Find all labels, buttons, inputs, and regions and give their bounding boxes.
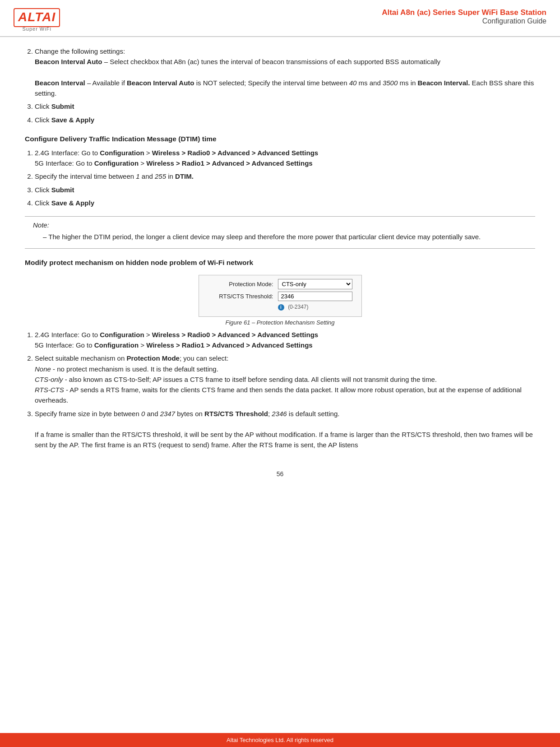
- step3-extra-text: If a frame is smaller than the RTS/CTS t…: [35, 431, 533, 449]
- header-title-area: Altai A8n (ac) Series Super WiFi Base St…: [74, 8, 546, 25]
- section3-step3: Specify frame size in byte between 0 and…: [35, 408, 535, 450]
- page-number: 56: [0, 470, 560, 478]
- logo-area: ALTAI Super WiFi: [14, 8, 60, 32]
- cts-only-label: CTS-only: [35, 376, 63, 383]
- section2-step4: Click Save & Apply: [35, 198, 535, 208]
- beacon-val2: 3500: [383, 79, 398, 87]
- none-label: None: [35, 365, 51, 373]
- logo-box: ALTAI: [14, 8, 60, 27]
- protection-mode-select[interactable]: CTS-only None RTS-CTS: [278, 279, 352, 289]
- section3-heading: Modify protect mechanism on hidden node …: [25, 259, 535, 267]
- section2-step3: Click Submit: [35, 185, 535, 195]
- note-text: The higher the DTIM period, the longer a…: [43, 232, 527, 242]
- section2-step2: Specify the interval time between 1 and …: [35, 171, 535, 181]
- rts-cts-label2: RTS-CTS: [35, 386, 64, 394]
- figure-area: Protection Mode: CTS-only None RTS-CTS R…: [25, 275, 535, 326]
- note-label: Note:: [33, 221, 527, 229]
- footer: Altai Technologies Ltd. All rights reser…: [0, 733, 560, 747]
- rts-cts-hint-row: i (0-2347): [208, 303, 352, 311]
- page-header: ALTAI Super WiFi Altai A8n (ac) Series S…: [0, 0, 560, 37]
- list-item-change-settings: Change the following settings: Beacon In…: [35, 46, 535, 98]
- beacon-interval-label: Beacon Interval: [35, 79, 85, 87]
- beacon-interval-auto-label: Beacon Interval Auto: [35, 58, 102, 65]
- beacon-interval-label2: Beacon Interval.: [418, 79, 470, 87]
- logo-altai: ALTAI: [18, 10, 56, 24]
- list-item-save-apply-1: Click Save & Apply: [35, 115, 535, 125]
- logo-super-wifi: Super WiFi: [22, 26, 51, 32]
- beacon-interval-auto-ref: Beacon Interval Auto: [127, 79, 194, 87]
- list-item-submit: Click Submit: [35, 101, 535, 111]
- main-content: Change the following settings: Beacon In…: [0, 37, 560, 462]
- section2-heading: Configure Delivery Traffic Indication Me…: [25, 135, 535, 143]
- product-title: Altai A8n (ac) Series Super WiFi Base St…: [74, 8, 546, 17]
- note-box: Note: The higher the DTIM period, the lo…: [25, 216, 535, 249]
- section3-step2: Select suitable mechanism on Protection …: [35, 353, 535, 405]
- figure-caption: Figure 61 – Protection Mechanism Setting: [225, 319, 334, 326]
- section3-step1: 2.4G Interface: Go to Configuration > Wi…: [35, 329, 535, 351]
- beacon-interval-auto-desc: – Select checkbox that A8n (ac) tunes th…: [104, 58, 440, 65]
- beacon-val1: 40: [349, 79, 357, 87]
- rts-cts-label: RTS/CTS Threshold:: [208, 293, 278, 300]
- protection-mode-row: Protection Mode: CTS-only None RTS-CTS: [208, 279, 352, 289]
- rts-cts-input[interactable]: [278, 292, 352, 301]
- rts-cts-hint: (0-2347): [288, 304, 308, 310]
- protection-mode-label: Protection Mode:: [208, 281, 278, 288]
- rts-cts-row: RTS/CTS Threshold:: [208, 292, 352, 301]
- section2-step1: 2.4G Interface: Go to Configuration > Wi…: [35, 148, 535, 169]
- config-guide: Configuration Guide: [74, 17, 546, 25]
- footer-copyright: Altai Technologies Ltd. All rights reser…: [227, 737, 333, 743]
- figure-widget: Protection Mode: CTS-only None RTS-CTS R…: [199, 275, 362, 317]
- info-icon: i: [278, 304, 284, 311]
